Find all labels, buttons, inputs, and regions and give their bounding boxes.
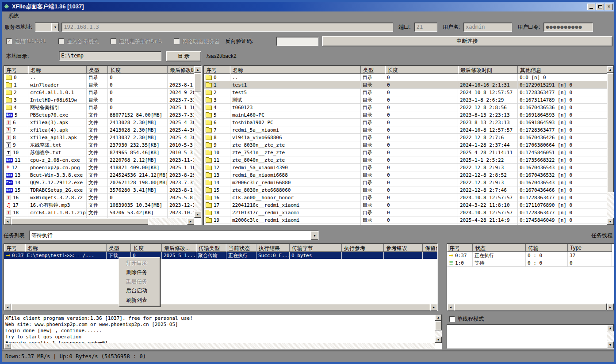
task-column-header-0[interactable]: 序号	[4, 244, 25, 252]
task-row[interactable]: →0:37E:\temp\test1<<<---/...下载02025-5-1.…	[4, 252, 437, 259]
list-item[interactable]: 3IntelHD-r08i619w目录02023-7-31	[4, 96, 194, 104]
remote-list-vscrollbar[interactable]: ▲ ▼	[607, 66, 614, 225]
server-address-input[interactable]: 192.168.1.3	[61, 23, 393, 32]
server-combo[interactable]: ▼	[35, 23, 59, 32]
thread-column-header-1[interactable]: 状态	[473, 244, 526, 252]
thread-row[interactable]: →0:37正在执行0 : 037	[447, 252, 614, 259]
side-textarea[interactable]: ▲ ▼	[447, 324, 614, 349]
list-item[interactable]: 10zte_7541n__zte_zte目录02025-4-28 21:14:1…	[204, 149, 607, 156]
maximize-button[interactable]	[596, 4, 604, 10]
local-list-vscrollbar[interactable]: ▲ ▼	[194, 66, 201, 218]
thread-column-header-0[interactable]: 序号	[447, 244, 473, 252]
list-item[interactable]: T10苏德战争.txt文件874965 854.46[KB]2010-5-3	[4, 149, 194, 156]
column-header-5[interactable]: 其他信息	[518, 66, 614, 74]
password-input[interactable]: ●●●●●●●●●●	[543, 23, 593, 32]
task-list-combo[interactable]: 等待执行 ▼	[29, 231, 319, 240]
task-column-header-10[interactable]: 参考错误	[384, 244, 423, 252]
hscroll-thumb[interactable]	[11, 218, 148, 225]
context-menu-item-1[interactable]: 删除任务	[120, 268, 159, 277]
column-header-2[interactable]: 类型	[361, 66, 385, 74]
chevron-down-icon[interactable]: ▼	[51, 23, 59, 31]
list-item[interactable]: Exe13Bcut-Win-3.3.8.exe文件224524536 214.1…	[4, 171, 194, 179]
scroll-up-icon[interactable]: ▲	[194, 66, 201, 73]
task-column-header-1[interactable]: 名称	[25, 244, 107, 252]
list-item[interactable]: 13redmi_8a_xiaomi6688目录02022-12-8 2:8:52…	[204, 171, 607, 179]
list-item[interactable]: ♫1716.心有独钟.mp3文件10839035 10.34[MB]2023-1…	[4, 201, 194, 209]
list-item[interactable]: T9东线空战.txt文件237930 232.35[KB]2010-5-3	[4, 141, 194, 149]
scroll-right-icon[interactable]: ►	[187, 218, 194, 225]
scroll-left-icon[interactable]: ◄	[4, 343, 11, 349]
vscroll-thumb[interactable]	[194, 73, 201, 91]
menu-item-system[interactable]: 系统	[5, 12, 21, 20]
list-item[interactable]: ?6xfilea(3).apk文件2413028 2.30[MB]2025-4-…	[4, 119, 194, 126]
scroll-left-icon[interactable]: ◄	[4, 218, 11, 225]
column-header-3[interactable]: 长度	[108, 66, 168, 74]
scroll-down-icon[interactable]: ▼	[607, 341, 614, 348]
list-item[interactable]: 4t060123目录02022-12-8 2:8:560:1670436536 …	[204, 104, 607, 111]
list-item[interactable]: Exe14QQ9.7.12.29112.exe文件207621128 198.0…	[4, 179, 194, 186]
vscroll-thumb[interactable]	[607, 73, 614, 192]
column-header-1[interactable]: 名称	[28, 66, 87, 74]
hscroll-thumb[interactable]	[454, 303, 607, 311]
list-item[interactable]: 2test5目录02024-10-8 12:57:570:1728363477 …	[204, 89, 607, 96]
scroll-right-icon[interactable]: ►	[607, 303, 614, 311]
close-button[interactable]: ✕	[605, 4, 613, 10]
local-list-hscrollbar[interactable]: ◄ ►	[4, 218, 194, 225]
list-item[interactable]: 9zte 8030n__zte_zte目录02024-1-28 2:37:440…	[204, 141, 607, 149]
captcha-input[interactable]	[276, 37, 318, 46]
scroll-left-icon[interactable]: ◄	[447, 303, 454, 311]
vscroll-thumb[interactable]	[435, 321, 442, 330]
scroll-up-icon[interactable]: ▲	[435, 315, 442, 321]
list-item[interactable]: 0..目录0--0:0 [n] 0	[204, 74, 607, 81]
port-input[interactable]: 21	[414, 23, 437, 32]
list-item[interactable]: Exe5PBSetup70.exe文件88077152 84.00[MB]202…	[4, 111, 194, 119]
list-item[interactable]: 5mainL460-PC目录02023-8-13 2:23:130:169186…	[204, 111, 607, 119]
thread-column-header-2[interactable]: 传输	[526, 244, 568, 252]
column-header-3[interactable]: 长度	[385, 66, 458, 74]
list-item[interactable]: Exe11cpu-z_2.08-en.exe文件2220768 2.12[MB]…	[4, 156, 194, 164]
task-column-header-3[interactable]: 长度	[131, 244, 162, 252]
task-column-header-9[interactable]: 执行参考	[342, 244, 384, 252]
list-item[interactable]: Exe15TDRABCSetup_2G.exe文件3576280 3.41[MB…	[4, 186, 194, 194]
list-item[interactable]: ?16wxWidgets-3.2.8.7z文件02025-5-8	[4, 194, 194, 201]
column-header-1[interactable]: 名称	[230, 66, 361, 74]
list-item[interactable]: 0..目录0--	[4, 74, 194, 81]
task-column-header-2[interactable]: 类型	[107, 244, 131, 252]
list-item[interactable]: 3测试目录02023-1-8 2:6:290:1673114789 [n] 0	[204, 96, 607, 104]
list-item[interactable]: 11zte_8040n__zte_zte目录02025-1-1 2:5:220:…	[204, 156, 607, 164]
task-table-hscrollbar[interactable]: ◄ ►	[4, 303, 437, 311]
disconnect-button[interactable]: 中断连接	[322, 36, 612, 46]
list-item[interactable]: 16clk-an00__honor_honor目录02024-10-8 12:5…	[204, 194, 607, 201]
task-column-header-5[interactable]: 传输类型	[196, 244, 226, 252]
list-item[interactable]: ?8xfilea_api31.apk文件2413037 2.30[MB]2025…	[4, 134, 194, 141]
hscroll-thumb[interactable]	[11, 303, 430, 311]
context-menu-item-3[interactable]: 后台启动	[120, 286, 159, 296]
single-thread-checkbox[interactable]: 单线程模式	[449, 315, 484, 323]
username-input[interactable]: xadmin	[463, 23, 512, 32]
log-vscrollbar[interactable]: ▲ ▼	[435, 315, 442, 343]
task-column-header-8[interactable]: 传输字节	[290, 244, 342, 252]
list-item[interactable]: 1test1目录02024-10-16 2:1:310:1729015291 […	[204, 81, 607, 89]
list-item[interactable]: 1822101317c__redmi_xiaomi目录02024-10-8 12…	[204, 209, 607, 216]
task-column-header-7[interactable]: 执行结果	[256, 244, 290, 252]
list-item[interactable]: 19m2006c3lc__redmi_xiaomi目录02025-4-28 21…	[204, 216, 607, 224]
list-item[interactable]: 4网站备案指引目录02025-1-10	[4, 104, 194, 111]
list-item[interactable]: 12redmi_5a_xiaomi4390目录02022-12-8 2:9:30…	[204, 164, 607, 171]
task-column-header-4[interactable]: 最后修改...	[162, 244, 196, 252]
scroll-down-icon[interactable]: ▼	[194, 211, 201, 218]
thread-row[interactable]: ≡1:0等待0 : 00	[447, 259, 614, 267]
local-dir-input[interactable]: E:\temp	[59, 51, 161, 61]
scroll-up-icon[interactable]: ▲	[607, 66, 614, 73]
list-item[interactable]: 1722041216c__redmi_xiaomi目录02024-3-22 11…	[204, 201, 607, 209]
column-header-4[interactable]: 最后修改时间	[458, 66, 518, 74]
list-item[interactable]: 6toshiba1902-PC目录02023-8-13 2:23:130:169…	[204, 119, 607, 126]
list-item[interactable]: 14m2006c3lc_redmi66880目录02022-12-8 2:9:3…	[204, 179, 607, 186]
log-hscrollbar[interactable]: ◄	[4, 343, 435, 349]
task-column-header-6[interactable]: 当前状态	[226, 244, 256, 252]
task-column-header-11[interactable]: 保留信息	[423, 244, 437, 252]
context-menu-item-4[interactable]: 刷新列表	[120, 296, 159, 305]
thread-column-header-3[interactable]: Type	[568, 244, 612, 252]
scroll-down-icon[interactable]: ▼	[607, 218, 614, 225]
scroll-down-icon[interactable]: ▼	[435, 337, 442, 343]
list-item[interactable]: 20目录0	[204, 224, 607, 225]
